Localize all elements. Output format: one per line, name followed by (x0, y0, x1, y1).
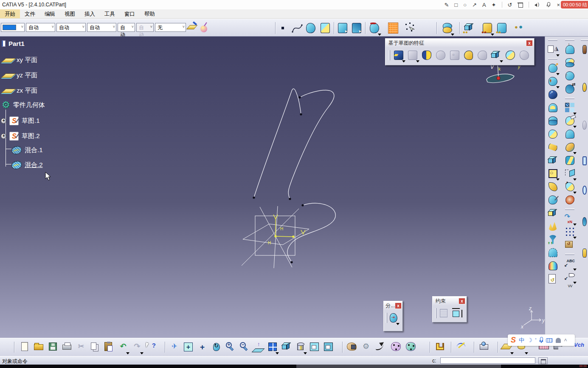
axis-end-dot[interactable] (293, 236, 294, 238)
ime-collapse-chevron[interactable]: ˄ (564, 337, 567, 343)
sketcher-grid-icon[interactable] (387, 22, 399, 34)
blend-surface-icon[interactable]: ↟ (547, 76, 559, 87)
isometric-view-icon[interactable] (281, 341, 292, 353)
fillet-leaf-icon[interactable] (547, 181, 559, 192)
menu-file[interactable]: 文件 (20, 9, 40, 18)
multi-sections-surface-icon[interactable] (442, 22, 453, 34)
multicolor-dome-icon[interactable] (547, 260, 559, 272)
recording-timer-badge[interactable]: 00:00:50 结 (561, 1, 588, 8)
hole-icon[interactable]: ○ (449, 49, 461, 61)
constraint-icon[interactable] (451, 307, 463, 319)
sketch-sheet-icon[interactable]: ◮ (547, 44, 559, 55)
ime-punct-toggle[interactable]: ' (535, 337, 536, 343)
settings-gear-icon[interactable]: ⚙ (360, 341, 371, 353)
tree-node-label[interactable]: 混合.1 (25, 146, 43, 154)
cut-surface-icon[interactable] (564, 115, 576, 127)
swap-visible-space-icon[interactable] (323, 341, 334, 353)
drag-handle[interactable] (581, 40, 588, 41)
surface-pencil-icon[interactable] (547, 194, 559, 206)
groove-icon[interactable] (435, 49, 447, 61)
slot-profile-icon[interactable] (435, 341, 446, 353)
tree-node-sketch-1[interactable]: 草图.1 (1, 116, 40, 125)
layer-dropdown[interactable]: 无 (155, 23, 186, 32)
box-surface-icon[interactable] (547, 155, 559, 166)
toolbar-expand-arrow[interactable] (556, 86, 560, 88)
hook-surface-icon[interactable] (564, 142, 576, 153)
constraints-dialog-icon[interactable] (438, 307, 450, 319)
fly-mode-icon[interactable]: ✈ (169, 341, 180, 353)
tree-node-label[interactable]: 零件几何体 (13, 101, 45, 109)
extrapolate-icon[interactable]: ↗ (547, 62, 559, 74)
toolbar-expand-arrow[interactable] (416, 60, 419, 62)
viewport-3d[interactable]: H H V k y z y x (0, 37, 545, 338)
layered-surfaces-icon[interactable] (564, 57, 576, 68)
point-style-dropdown[interactable]: 自动 (118, 23, 135, 32)
spline-hook[interactable] (287, 203, 335, 262)
pocket-icon[interactable] (407, 49, 419, 61)
surface-icon[interactable] (305, 22, 317, 34)
menu-view[interactable]: 视图 (60, 9, 80, 18)
linetype-dropdown[interactable]: 自动 (56, 23, 86, 32)
clipped-icon[interactable] (581, 44, 588, 55)
drag-handle[interactable] (565, 98, 574, 99)
curve-analysis-icon[interactable]: ⇢ (388, 312, 399, 324)
ime-keyboard-icon[interactable] (546, 338, 553, 343)
tree-node-label[interactable]: yz 平面 (17, 71, 37, 79)
dome-dashed-icon[interactable] (547, 247, 559, 258)
close-icon[interactable]: x (395, 303, 402, 309)
context-help-icon[interactable]: ? (146, 341, 157, 353)
menu-tools[interactable]: 工具 (100, 9, 120, 18)
toolbar-expand-arrow[interactable] (500, 60, 503, 62)
spline-sweep[interactable] (288, 90, 334, 199)
close-recorder-icon[interactable]: × (557, 2, 560, 8)
wireframe-nodes-icon[interactable] (391, 341, 402, 353)
graph-curve-icon[interactable] (456, 341, 467, 353)
normal-view-icon[interactable]: ↑ (253, 341, 264, 353)
toolbar-expand-arrow[interactable] (402, 60, 405, 62)
menu-help[interactable]: 帮助 (140, 9, 160, 18)
toolbar-expand-arrow[interactable] (304, 352, 307, 354)
panel-title-bar[interactable]: 基于草图的特征 x (385, 39, 534, 48)
extract-peaks-icon[interactable] (547, 221, 559, 232)
ime-moon-icon[interactable]: ☽ (527, 337, 532, 343)
clipped-icon[interactable] (581, 155, 588, 167)
spline-endpoints[interactable] (253, 96, 304, 263)
split-box-icon[interactable] (547, 207, 559, 219)
toolbar-expand-arrow[interactable] (573, 237, 577, 239)
circle-pattern-icon[interactable]: ○ (547, 168, 559, 179)
boolean-remove-icon[interactable]: ●● (496, 22, 508, 34)
striped-surface-icon[interactable] (547, 128, 559, 140)
power-copy-icon[interactable]: ↷xN (564, 213, 576, 224)
rotate-icon[interactable]: ↻ (211, 341, 222, 353)
laser-pointer-icon[interactable]: ✦ (492, 2, 496, 8)
drag-handle[interactable] (548, 58, 557, 59)
toolbar-expand-arrow[interactable] (525, 352, 528, 354)
multi-view-icon[interactable] (267, 341, 278, 353)
pad-icon[interactable]: ▰ (393, 49, 405, 61)
plane-dashed-arrow-icon[interactable] (564, 168, 576, 179)
toolbar-expand-arrow[interactable] (573, 178, 577, 181)
tree-node-blend-1[interactable]: 混合.1 (11, 146, 43, 154)
drag-handle[interactable] (548, 40, 557, 41)
tree-node-label[interactable]: Part1 (8, 40, 25, 47)
toolbar-expand-arrow[interactable] (556, 73, 560, 75)
dome-plain-icon[interactable] (564, 128, 576, 140)
tree-node-label[interactable]: 草图.2 (22, 132, 40, 140)
tree-node-zx-plane[interactable]: zx 平面 (3, 87, 37, 95)
shaft-icon[interactable] (421, 49, 433, 61)
hatch-panels-icon[interactable] (564, 102, 576, 113)
fit-all-in-icon[interactable]: + (183, 341, 194, 353)
toolbar-expand-arrow[interactable] (451, 34, 454, 36)
speaker-icon[interactable] (535, 2, 540, 8)
slot-icon[interactable] (476, 49, 488, 61)
panel-title-bar[interactable]: 分... x (384, 301, 402, 310)
draw-ellipse-icon[interactable]: ○ (463, 2, 467, 8)
fold-surface-icon[interactable] (564, 155, 576, 166)
zoom-out-icon[interactable]: − (239, 341, 250, 353)
toolbar-expand-arrow[interactable] (510, 352, 514, 354)
surface-glove-icon[interactable] (346, 341, 357, 353)
toolbar-expand-arrow[interactable] (556, 54, 560, 57)
open-icon[interactable] (34, 341, 45, 353)
toolbar-expand-arrow[interactable] (573, 282, 577, 284)
toolbar-expand-arrow[interactable] (573, 192, 577, 194)
